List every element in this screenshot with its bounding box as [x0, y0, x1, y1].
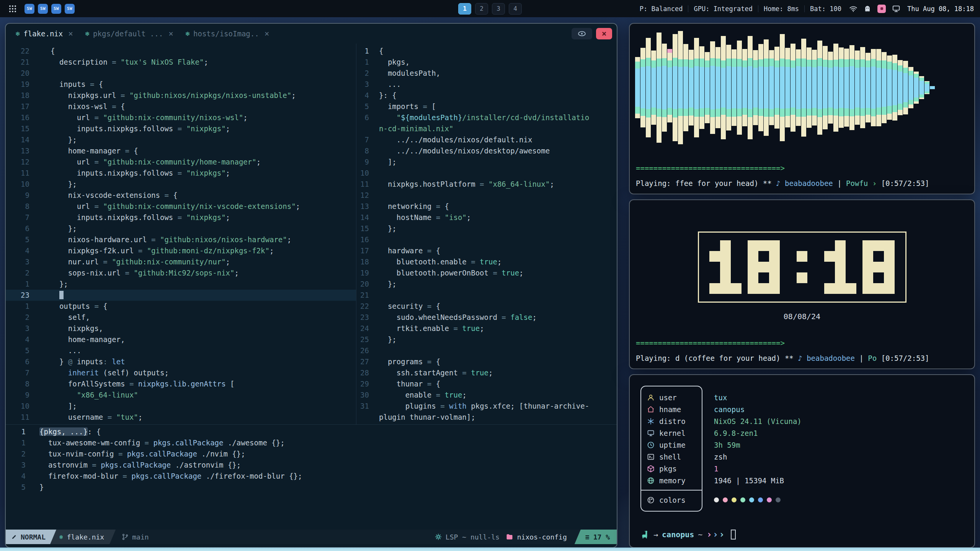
chevron-icon: › — [706, 530, 712, 539]
top-bar: SWSWSWSW 1234 P: BalancedGPU: Integrated… — [0, 0, 980, 17]
tab-close-icon[interactable]: × — [265, 29, 270, 38]
code-line: 4 home-manager, — [6, 334, 356, 345]
code-line: 26 — [356, 345, 617, 356]
tab-close-icon[interactable]: × — [68, 29, 73, 38]
tray-icon[interactable]: SW — [38, 4, 48, 14]
separator-line: =================================> — [636, 339, 785, 347]
terminal-cursor[interactable] — [731, 530, 736, 540]
pin-button[interactable] — [572, 28, 592, 39]
viz-column — [699, 28, 705, 147]
line-number: 9 — [11, 190, 29, 201]
viz-column — [823, 28, 828, 147]
prompt-host: canopus — [662, 530, 694, 539]
code-line: 8 forAllSystems = nixpkgs.lib.genAttrs [ — [6, 378, 356, 390]
fetch-divider — [640, 490, 702, 491]
tab-flake-nix[interactable]: ❄flake.nix× — [10, 24, 79, 44]
fetch-label: hname — [659, 405, 681, 414]
clock[interactable]: Thu Aug 08, 18:18 — [907, 5, 974, 13]
code-line: 14 }; — [6, 134, 356, 145]
fetch-value: zsh — [714, 453, 727, 461]
clock-date: 08/08/24 — [630, 312, 974, 321]
color-swatch-icon[interactable] — [877, 5, 886, 13]
viz-column — [646, 28, 651, 147]
pane-isoimage-nix[interactable]: 1{1 pkgs,2 modulesPath,3 ...4}: {5 impor… — [356, 44, 617, 424]
line-number: 14 — [356, 212, 369, 223]
folder-icon — [506, 533, 513, 541]
shell-prompt[interactable]: → canopus ~ ››› — [640, 530, 736, 540]
file-label: flake.nix — [67, 533, 105, 541]
code-line: 22{ — [6, 46, 356, 57]
prompt-path: ~ — [698, 530, 702, 539]
llama-icon — [640, 530, 650, 539]
status-items: P: BalancedGPU: IntegratedHome: 8msBat: … — [640, 5, 841, 13]
line-number: 18 — [11, 90, 29, 101]
pane-pkgs-default-nix[interactable]: 1{pkgs, ...}: {1 tux-awesome-wm-config =… — [6, 424, 617, 530]
code-line: 1 tux-awesome-wm-config = pkgs.callPacka… — [6, 437, 617, 448]
project-indicator[interactable]: nixos-config — [506, 533, 567, 541]
divider — [804, 5, 805, 12]
branch-label: main — [132, 533, 149, 541]
visualizer — [635, 28, 969, 147]
code-line: 17 hardware = { — [356, 245, 617, 256]
line-number: 9 — [356, 156, 369, 168]
line-number: 1 — [10, 426, 26, 437]
code-line: 11 username = "tux"; — [6, 412, 356, 423]
display-icon[interactable] — [892, 5, 900, 13]
workspace-button-2[interactable]: 2 — [475, 3, 488, 15]
pane-flake-nix[interactable]: 22{21 description = "tux's NixOS Flake";… — [6, 44, 356, 424]
lsp-label: LSP ~ null-ls — [446, 533, 500, 541]
line-number: 3 — [10, 460, 26, 471]
code-line: 3 ... — [356, 79, 617, 90]
line-number: 13 — [11, 145, 29, 156]
code-line: 4}: { — [356, 90, 617, 101]
workspace-button-1[interactable]: 1 — [458, 3, 471, 15]
viz-column — [812, 28, 817, 147]
tab-pkgs-default-[interactable]: ❄pkgs/default ...× — [79, 24, 180, 44]
fetch-label: memory — [659, 476, 686, 485]
viz-column — [876, 28, 882, 147]
fetch-label: uptime — [659, 441, 686, 449]
viz-column — [919, 28, 924, 147]
app-menu-button[interactable] — [6, 2, 19, 15]
wifi-icon[interactable] — [849, 5, 858, 13]
color-dot — [732, 497, 737, 502]
editor-cursor — [59, 291, 64, 299]
code-line: 28 ssh.startAgent = true; — [356, 367, 617, 378]
chevron-icon: › — [713, 530, 718, 539]
workspace-button-3[interactable]: 3 — [492, 3, 505, 15]
code-line: 4 firefox-mod-blur = pkgs.callPackage ./… — [6, 471, 617, 482]
line-number: 2 — [356, 68, 369, 79]
code-line: 8 url = "github:nix-community/nix-vscode… — [6, 201, 356, 212]
code-line: 11 inputs.nixpkgs.follows = "nixpkgs"; — [6, 168, 356, 179]
code-line: plugin thunar-volman]; — [356, 412, 617, 423]
code-line: 7 inherit (self) outputs; — [6, 367, 356, 378]
git-branch[interactable]: main — [122, 530, 149, 544]
tray-icon[interactable]: SW — [24, 4, 34, 14]
viz-column — [657, 28, 662, 147]
line-number: 16 — [356, 234, 369, 245]
line-number: 11 — [356, 179, 369, 190]
viz-column — [887, 28, 892, 147]
viz-column — [871, 28, 876, 147]
tray-icon[interactable]: SW — [51, 4, 61, 14]
fetch-value: 1 — [714, 465, 718, 473]
viz-column — [892, 28, 898, 147]
code-line: 1{ — [356, 46, 617, 57]
line-number: 2 — [11, 312, 29, 323]
viz-column — [849, 28, 855, 147]
tab-close-icon[interactable]: × — [168, 29, 173, 38]
code-line: 8 ../../modules/nixos/desktop/awesome — [356, 145, 617, 156]
workspace-button-4[interactable]: 4 — [509, 3, 522, 15]
fetch-row: shellzsh — [640, 451, 965, 463]
window-close-button[interactable]: × — [596, 28, 612, 39]
line-number: 3 — [11, 323, 29, 334]
tab-hosts-isoimag-[interactable]: ❄hosts/isoImag..× — [180, 24, 276, 44]
mode-chip: NORMAL — [6, 530, 56, 544]
ghost-icon[interactable] — [864, 5, 871, 13]
branch-icon — [122, 533, 129, 540]
file-chip[interactable]: ❄ flake.nix — [49, 530, 116, 544]
line-number: 15 — [11, 123, 29, 134]
viz-column — [683, 28, 689, 147]
line-number — [356, 123, 369, 134]
tray-icon[interactable]: SW — [65, 4, 75, 14]
